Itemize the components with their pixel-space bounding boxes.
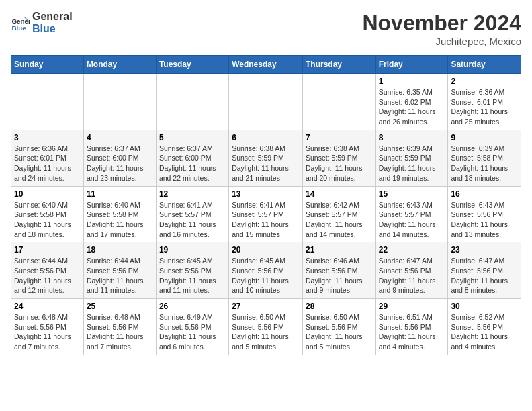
calendar-cell: 19Sunrise: 6:45 AMSunset: 5:56 PMDayligh…: [156, 242, 228, 299]
day-info: Sunrise: 6:40 AMSunset: 5:58 PMDaylight:…: [14, 200, 81, 240]
calendar-cell: 3Sunrise: 6:36 AMSunset: 6:01 PMDaylight…: [11, 130, 84, 186]
day-info: Sunrise: 6:37 AMSunset: 6:00 PMDaylight:…: [87, 144, 153, 183]
day-number: 25: [87, 302, 153, 311]
day-info: Sunrise: 6:50 AMSunset: 5:56 PMDaylight:…: [306, 312, 373, 352]
day-info: Sunrise: 6:49 AMSunset: 5:56 PMDaylight:…: [159, 312, 226, 352]
calendar-cell: 1Sunrise: 6:35 AMSunset: 6:02 PMDaylight…: [375, 74, 448, 130]
day-number: 9: [451, 133, 518, 142]
day-info: Sunrise: 6:40 AMSunset: 5:58 PMDaylight:…: [87, 200, 153, 240]
calendar-cell: 23Sunrise: 6:47 AMSunset: 5:56 PMDayligh…: [448, 242, 521, 299]
calendar-cell: 27Sunrise: 6:50 AMSunset: 5:56 PMDayligh…: [229, 299, 303, 355]
day-info: Sunrise: 6:43 AMSunset: 5:56 PMDaylight:…: [451, 200, 518, 240]
svg-text:Blue: Blue: [11, 24, 26, 32]
day-info: Sunrise: 6:36 AMSunset: 6:01 PMDaylight:…: [451, 87, 518, 127]
day-number: 6: [232, 133, 300, 142]
day-info: Sunrise: 6:48 AMSunset: 5:56 PMDaylight:…: [14, 312, 81, 352]
day-info: Sunrise: 6:39 AMSunset: 5:59 PMDaylight:…: [379, 144, 445, 183]
day-number: 16: [451, 189, 518, 199]
calendar-cell: 17Sunrise: 6:44 AMSunset: 5:56 PMDayligh…: [11, 242, 84, 299]
day-number: 5: [159, 133, 226, 142]
day-number: 26: [159, 302, 226, 311]
day-info: Sunrise: 6:39 AMSunset: 5:58 PMDaylight:…: [451, 144, 518, 183]
col-header-tuesday: Tuesday: [156, 56, 228, 74]
calendar-cell: [83, 74, 156, 130]
calendar-cell: 15Sunrise: 6:43 AMSunset: 5:57 PMDayligh…: [375, 186, 448, 242]
calendar-cell: 8Sunrise: 6:39 AMSunset: 5:59 PMDaylight…: [375, 130, 448, 186]
day-info: Sunrise: 6:41 AMSunset: 5:57 PMDaylight:…: [159, 200, 226, 240]
col-header-thursday: Thursday: [302, 56, 375, 74]
day-info: Sunrise: 6:48 AMSunset: 5:56 PMDaylight:…: [87, 312, 153, 352]
day-number: 24: [14, 302, 81, 311]
calendar-cell: 5Sunrise: 6:37 AMSunset: 6:00 PMDaylight…: [156, 130, 228, 186]
calendar-cell: 2Sunrise: 6:36 AMSunset: 6:01 PMDaylight…: [448, 74, 521, 130]
day-info: Sunrise: 6:47 AMSunset: 5:56 PMDaylight:…: [379, 256, 445, 295]
calendar-cell: 30Sunrise: 6:52 AMSunset: 5:56 PMDayligh…: [448, 299, 521, 355]
calendar-cell: [156, 74, 228, 130]
calendar-cell: [302, 74, 375, 130]
day-number: 21: [306, 245, 373, 255]
day-info: Sunrise: 6:37 AMSunset: 6:00 PMDaylight:…: [159, 144, 226, 183]
day-number: 29: [379, 302, 445, 311]
calendar-cell: 28Sunrise: 6:50 AMSunset: 5:56 PMDayligh…: [302, 299, 375, 355]
day-info: Sunrise: 6:44 AMSunset: 5:56 PMDaylight:…: [14, 256, 81, 295]
day-number: 22: [379, 245, 445, 255]
calendar-cell: 4Sunrise: 6:37 AMSunset: 6:00 PMDaylight…: [83, 130, 156, 186]
day-info: Sunrise: 6:44 AMSunset: 5:56 PMDaylight:…: [87, 256, 153, 295]
day-info: Sunrise: 6:51 AMSunset: 5:56 PMDaylight:…: [379, 312, 445, 352]
calendar-cell: 26Sunrise: 6:49 AMSunset: 5:56 PMDayligh…: [156, 299, 228, 355]
day-number: 27: [232, 302, 300, 311]
day-number: 12: [159, 189, 226, 199]
calendar-cell: 16Sunrise: 6:43 AMSunset: 5:56 PMDayligh…: [448, 186, 521, 242]
col-header-monday: Monday: [83, 56, 156, 74]
calendar-cell: 9Sunrise: 6:39 AMSunset: 5:58 PMDaylight…: [448, 130, 521, 186]
day-info: Sunrise: 6:41 AMSunset: 5:57 PMDaylight:…: [232, 200, 300, 240]
day-number: 18: [87, 245, 153, 255]
calendar-cell: 29Sunrise: 6:51 AMSunset: 5:56 PMDayligh…: [375, 299, 448, 355]
calendar-cell: [229, 74, 303, 130]
day-number: 30: [451, 302, 518, 311]
calendar-cell: 20Sunrise: 6:45 AMSunset: 5:56 PMDayligh…: [229, 242, 303, 299]
day-info: Sunrise: 6:52 AMSunset: 5:56 PMDaylight:…: [451, 312, 518, 352]
col-header-friday: Friday: [375, 56, 448, 74]
day-number: 8: [379, 133, 445, 142]
day-number: 7: [306, 133, 373, 142]
calendar-cell: 12Sunrise: 6:41 AMSunset: 5:57 PMDayligh…: [156, 186, 228, 242]
day-number: 28: [306, 302, 373, 311]
month-title: November 2024: [362, 11, 521, 36]
calendar-table: SundayMondayTuesdayWednesdayThursdayFrid…: [11, 55, 521, 355]
col-header-sunday: Sunday: [11, 56, 84, 74]
day-number: 11: [87, 189, 153, 199]
day-number: 17: [14, 245, 81, 255]
calendar-cell: 10Sunrise: 6:40 AMSunset: 5:58 PMDayligh…: [11, 186, 84, 242]
calendar-cell: 21Sunrise: 6:46 AMSunset: 5:56 PMDayligh…: [302, 242, 375, 299]
day-number: 1: [379, 77, 445, 86]
page-header: General Blue General Blue November 2024 …: [11, 11, 521, 47]
calendar-cell: [11, 74, 84, 130]
calendar-cell: 11Sunrise: 6:40 AMSunset: 5:58 PMDayligh…: [83, 186, 156, 242]
day-info: Sunrise: 6:45 AMSunset: 5:56 PMDaylight:…: [232, 256, 300, 295]
calendar-cell: 7Sunrise: 6:38 AMSunset: 5:59 PMDaylight…: [302, 130, 375, 186]
col-header-saturday: Saturday: [448, 56, 521, 74]
day-info: Sunrise: 6:46 AMSunset: 5:56 PMDaylight:…: [306, 256, 373, 295]
logo: General Blue General Blue: [11, 11, 73, 34]
calendar-cell: 13Sunrise: 6:41 AMSunset: 5:57 PMDayligh…: [229, 186, 303, 242]
day-info: Sunrise: 6:45 AMSunset: 5:56 PMDaylight:…: [159, 256, 226, 295]
calendar-cell: 25Sunrise: 6:48 AMSunset: 5:56 PMDayligh…: [83, 299, 156, 355]
day-number: 19: [159, 245, 226, 255]
calendar-cell: 14Sunrise: 6:42 AMSunset: 5:57 PMDayligh…: [302, 186, 375, 242]
day-number: 13: [232, 189, 300, 199]
day-info: Sunrise: 6:35 AMSunset: 6:02 PMDaylight:…: [379, 87, 445, 127]
col-header-wednesday: Wednesday: [229, 56, 303, 74]
day-info: Sunrise: 6:42 AMSunset: 5:57 PMDaylight:…: [306, 200, 373, 240]
day-info: Sunrise: 6:47 AMSunset: 5:56 PMDaylight:…: [451, 256, 518, 295]
day-number: 15: [379, 189, 445, 199]
day-info: Sunrise: 6:50 AMSunset: 5:56 PMDaylight:…: [232, 312, 300, 352]
calendar-cell: 24Sunrise: 6:48 AMSunset: 5:56 PMDayligh…: [11, 299, 84, 355]
day-number: 10: [14, 189, 81, 199]
location: Juchitepec, Mexico: [362, 36, 521, 47]
day-number: 2: [451, 77, 518, 86]
day-number: 14: [306, 189, 373, 199]
day-number: 3: [14, 133, 81, 142]
day-number: 20: [232, 245, 300, 255]
calendar-cell: 18Sunrise: 6:44 AMSunset: 5:56 PMDayligh…: [83, 242, 156, 299]
